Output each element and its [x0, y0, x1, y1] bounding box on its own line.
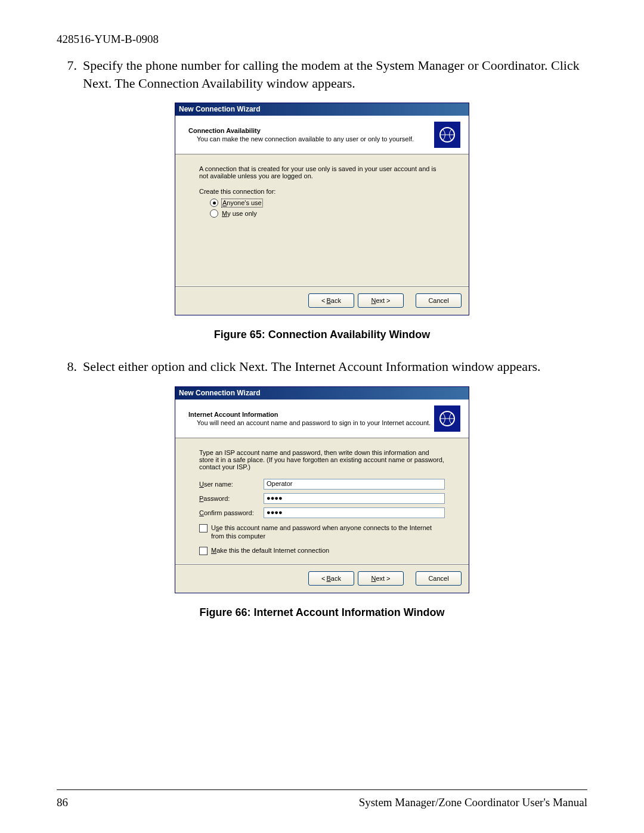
checkbox-label: Make this the default Internet connectio… — [211, 547, 445, 555]
radio-icon — [210, 209, 218, 218]
back-button[interactable]: < Back — [308, 571, 354, 586]
radio-my-use-only[interactable]: My use only — [210, 209, 445, 218]
cancel-button[interactable]: Cancel — [416, 571, 462, 586]
step-text: Specify the phone number for calling the… — [83, 57, 587, 92]
checkbox-use-account[interactable]: Use this account name and password when … — [199, 524, 445, 541]
dialog-header: Internet Account Information You will ne… — [175, 400, 469, 438]
dialog-titlebar: New Connection Wizard — [175, 103, 469, 116]
confirm-password-label: Confirm password: — [199, 509, 264, 516]
step-8: 8. Select either option and click Next. … — [57, 358, 587, 376]
dialog-body: Type an ISP account name and password, t… — [175, 438, 469, 563]
page-number: 86 — [57, 796, 68, 809]
wizard-icon — [434, 122, 460, 148]
dialog-header: Connection Availability You can make the… — [175, 116, 469, 154]
username-input[interactable]: Operator — [264, 479, 445, 490]
dialog-body: A connection that is created for your us… — [175, 154, 469, 286]
radio-anyones-use[interactable]: Anyone's use — [210, 199, 445, 207]
dialog-header-sub: You will need an account name and passwo… — [188, 419, 434, 426]
step-7: 7. Specify the phone number for calling … — [57, 57, 587, 92]
dialog-button-bar: < Back Next > Cancel — [175, 563, 469, 593]
checkbox-label: Use this account name and password when … — [211, 524, 445, 541]
dialog-description: Type an ISP account name and password, t… — [199, 449, 445, 470]
confirm-password-input[interactable]: ●●●● — [264, 507, 445, 518]
page-footer: 86 System Manager/Zone Coordinator User'… — [57, 789, 587, 809]
checkbox-icon — [199, 524, 208, 532]
password-label: Password: — [199, 495, 264, 502]
radio-label: My use only — [222, 210, 257, 218]
figure-66-caption: Figure 66: Internet Account Information … — [57, 606, 587, 619]
dialog-header-title: Internet Account Information — [188, 411, 434, 418]
dialog-header-sub: You can make the new connection availabl… — [188, 135, 434, 143]
document-id: 428516-YUM-B-0908 — [57, 33, 587, 46]
radio-icon — [210, 199, 218, 207]
figure-65-caption: Figure 65: Connection Availability Windo… — [57, 329, 587, 341]
step-text: Select either option and click Next. The… — [83, 358, 587, 376]
password-input[interactable]: ●●●● — [264, 493, 445, 504]
username-row: User name: Operator — [199, 479, 445, 490]
radio-label: Anyone's use — [222, 199, 262, 207]
dialog-button-bar: < Back Next > Cancel — [175, 286, 469, 315]
wizard-icon — [434, 405, 460, 432]
cancel-button[interactable]: Cancel — [416, 293, 462, 308]
dialog-header-title: Connection Availability — [188, 127, 434, 134]
manual-title: System Manager/Zone Coordinator User's M… — [359, 796, 587, 809]
connection-availability-dialog: New Connection Wizard Connection Availab… — [175, 103, 469, 315]
next-button[interactable]: Next > — [358, 293, 404, 308]
dialog-titlebar: New Connection Wizard — [175, 387, 469, 400]
checkbox-icon — [199, 547, 208, 555]
confirm-password-row: Confirm password: ●●●● — [199, 507, 445, 518]
password-row: Password: ●●●● — [199, 493, 445, 504]
dialog-description: A connection that is created for your us… — [199, 165, 445, 179]
create-connection-label: Create this connection for: — [199, 188, 445, 195]
internet-account-info-dialog: New Connection Wizard Internet Account I… — [175, 386, 469, 593]
step-number: 8. — [57, 358, 83, 376]
back-button[interactable]: < Back — [308, 293, 354, 308]
checkbox-default-connection[interactable]: Make this the default Internet connectio… — [199, 547, 445, 555]
step-number: 7. — [57, 57, 83, 92]
next-button[interactable]: Next > — [358, 571, 404, 586]
username-label: User name: — [199, 481, 264, 488]
